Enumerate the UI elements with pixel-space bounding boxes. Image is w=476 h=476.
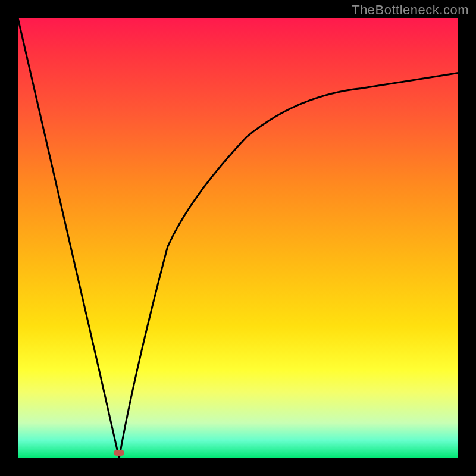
watermark-text: TheBottleneck.com bbox=[352, 2, 469, 18]
curve-right-branch bbox=[119, 73, 458, 459]
plot-area bbox=[18, 18, 458, 458]
minimum-marker bbox=[114, 450, 124, 456]
bottleneck-curve bbox=[18, 18, 458, 458]
curve-left-branch bbox=[18, 18, 119, 458]
chart-frame: TheBottleneck.com bbox=[0, 0, 476, 476]
